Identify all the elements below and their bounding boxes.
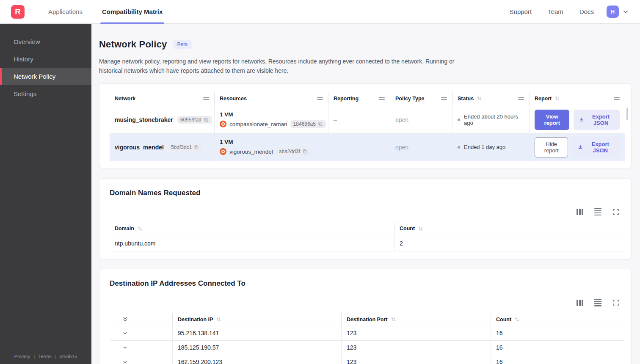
column-label: Report (535, 96, 552, 102)
support-link[interactable]: Support (510, 8, 532, 15)
network-row[interactable]: vigorous_mendel 5bdf3dc1 1 VM vigorous_m… (110, 133, 624, 161)
export-json-button[interactable]: Export JSON (572, 137, 620, 157)
sidebar-item-history[interactable]: History (0, 50, 91, 68)
column-header-report[interactable]: Report (530, 91, 625, 106)
sidebar-item-settings[interactable]: Settings (0, 85, 91, 102)
status-cell: Ended 1 day ago (452, 134, 530, 161)
column-label: Destination IP (178, 317, 213, 323)
sort-icon[interactable] (391, 317, 396, 322)
column-header-domain[interactable]: Domain (110, 222, 394, 235)
page-description: Manage network policy, reporting and vie… (99, 57, 474, 76)
privacy-link[interactable]: Privacy (14, 354, 30, 359)
docs-link[interactable]: Docs (579, 8, 594, 15)
network-row[interactable]: musing_stonebraker 60959fad 1 VM compass… (110, 106, 624, 133)
column-header-destination-port[interactable]: Destination Port (341, 313, 491, 326)
policy-type-cell: open (390, 134, 452, 161)
column-label: Policy Type (395, 96, 425, 102)
view-report-button[interactable]: View report (535, 110, 569, 130)
ips-table-header: Destination IP Destination Port Count (110, 313, 624, 326)
network-name-cell: musing_stonebraker 60959fad (110, 106, 215, 133)
column-resize-handle-icon[interactable] (518, 97, 524, 100)
networks-card: Network Resources Reporting Policy Type … (99, 83, 632, 169)
expand-all-icon[interactable] (122, 316, 128, 323)
tab-applications[interactable]: Applications (47, 0, 84, 24)
row-density-icon[interactable] (594, 208, 601, 216)
column-header-count[interactable]: Count (394, 222, 625, 235)
avatar[interactable]: H (607, 6, 619, 18)
column-label: Count (496, 317, 511, 323)
table-scrollbar[interactable] (626, 108, 628, 120)
resource-id-pill: 184696a5 (290, 120, 326, 128)
expand-row-icon[interactable] (122, 359, 128, 364)
terms-link[interactable]: Terms (38, 354, 51, 359)
ip-cell: 185.125.190.57 (172, 341, 341, 355)
tab-compatibility-matrix[interactable]: Compatibility Matrix (100, 0, 164, 24)
column-header-count[interactable]: Count (491, 313, 625, 326)
sort-icon[interactable] (554, 96, 560, 101)
network-id: 5bdf3dc1 (171, 144, 192, 150)
domain-row[interactable]: ntp.ubuntu.com 2 (110, 235, 624, 251)
network-name-cell: vigorous_mendel 5bdf3dc1 (110, 134, 215, 161)
resource-id: aba2dd3f (279, 149, 300, 154)
copy-icon[interactable] (318, 121, 323, 127)
count-cell: 16 (491, 326, 625, 340)
column-label: Count (400, 226, 415, 232)
fullscreen-icon[interactable] (612, 299, 619, 306)
columns-icon[interactable] (577, 299, 583, 306)
resource-id: 184696a5 (293, 121, 316, 127)
column-header-policy-type[interactable]: Policy Type (390, 91, 452, 106)
expand-row-icon[interactable] (122, 345, 128, 350)
column-header-status[interactable]: Status (452, 91, 530, 106)
copy-icon[interactable] (194, 145, 199, 150)
count-cell: 2 (394, 235, 625, 251)
table-toolbar (110, 299, 624, 306)
ip-row[interactable]: 185.125.190.57 123 16 (110, 340, 624, 355)
expander-cell (110, 355, 172, 364)
download-icon (579, 116, 584, 123)
column-header-reporting[interactable]: Reporting (328, 91, 390, 106)
ip-row[interactable]: 162.159.200.123 123 16 (110, 355, 624, 364)
chevron-down-icon[interactable] (622, 8, 629, 15)
sidebar-item-network-policy[interactable]: Network Policy (0, 68, 91, 85)
expand-row-icon[interactable] (122, 331, 128, 336)
column-resize-handle-icon[interactable] (614, 97, 620, 100)
sidebar-item-overview[interactable]: Overview (0, 33, 91, 50)
copy-icon[interactable] (204, 117, 209, 122)
ubuntu-icon (220, 121, 226, 127)
report-cell: View report Export JSON (530, 106, 625, 133)
sidebar: Overview History Network Policy Settings… (0, 24, 91, 364)
sort-icon[interactable] (418, 226, 423, 232)
ip-row[interactable]: 95.216.138.141 123 16 (110, 326, 624, 340)
columns-icon[interactable] (577, 208, 583, 216)
build-version: 5f56b15 (60, 354, 77, 359)
main-content: Network Policy Beta Manage network polic… (91, 24, 640, 364)
sort-icon[interactable] (514, 317, 520, 322)
domains-card: Domain Names Requested Domain Count (99, 178, 632, 260)
fullscreen-icon[interactable] (612, 208, 619, 216)
column-resize-handle-icon[interactable] (441, 97, 447, 100)
vm-count: 1 VM (220, 111, 233, 118)
column-header-network[interactable]: Network (110, 91, 215, 106)
port-cell: 123 (341, 341, 491, 355)
export-json-button[interactable]: Export JSON (574, 110, 620, 130)
beta-badge: Beta (173, 40, 192, 49)
column-label: Status (458, 96, 474, 102)
hide-report-button[interactable]: Hide report (535, 137, 568, 157)
sort-icon[interactable] (477, 96, 482, 101)
row-density-icon[interactable] (594, 299, 601, 306)
column-header-destination-ip[interactable]: Destination IP (172, 313, 341, 326)
status-cell: Ended about 20 hours ago (452, 106, 530, 133)
copy-icon[interactable] (302, 149, 307, 154)
column-header-resources[interactable]: Resources (215, 91, 328, 106)
status-text: Ended 1 day ago (464, 144, 505, 150)
column-resize-handle-icon[interactable] (379, 97, 385, 100)
sort-icon[interactable] (137, 226, 143, 232)
column-label: Reporting (334, 96, 359, 102)
expander-cell (110, 326, 172, 340)
app-logo[interactable]: R (11, 5, 25, 19)
column-resize-handle-icon[interactable] (203, 97, 209, 100)
column-resize-handle-icon[interactable] (317, 97, 323, 100)
team-link[interactable]: Team (548, 8, 563, 15)
sort-icon[interactable] (216, 317, 221, 322)
ip-cell: 95.216.138.141 (172, 326, 341, 340)
